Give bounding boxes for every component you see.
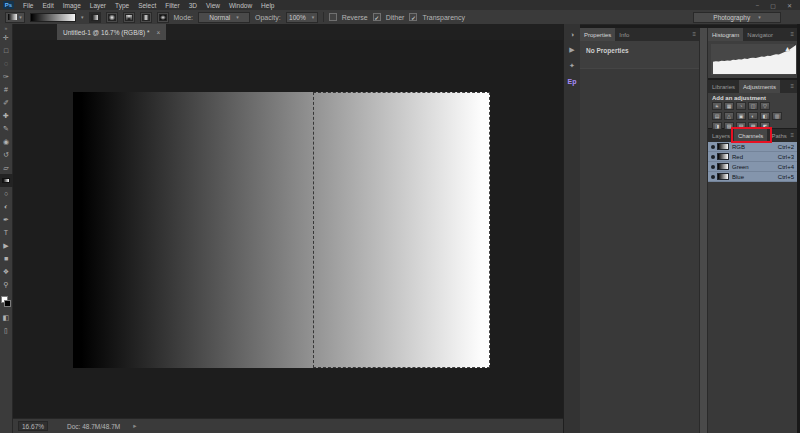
chevron-down-icon: ▾ [312,14,315,20]
channel-row-red[interactable]: Red Ctrl+3 [708,152,797,162]
visibility-toggle[interactable] [708,165,717,169]
cached-data-warning-icon[interactable]: ▲ [784,45,791,52]
zoom-level-field[interactable]: 16.67% [18,421,48,431]
menu-select[interactable]: Select [138,2,156,9]
gradient-editor-preview[interactable] [30,13,76,22]
black-white-icon[interactable]: ▣ [736,112,746,120]
curves-icon[interactable]: ◔ [736,102,746,110]
vibrance-icon[interactable]: ▽ [760,102,770,110]
reverse-checkbox[interactable] [329,13,337,21]
menu-edit[interactable]: Edit [42,2,53,9]
brightness-contrast-icon[interactable]: ☀ [712,102,722,110]
workspace-switcher-button[interactable]: Photography ▾ [693,12,781,23]
menu-image[interactable]: Image [63,2,81,9]
menu-type[interactable]: Type [115,2,129,9]
tool-brush[interactable]: ✎ [0,122,13,135]
gradient-type-linear-button[interactable] [89,12,101,23]
minimize-icon[interactable]: − [756,2,760,9]
extensions-panel-icon[interactable]: Ep [568,78,577,85]
tab-histogram[interactable]: Histogram [708,28,743,41]
tool-type[interactable]: T [0,226,13,239]
adjustments-tab-bar: Libraries Adjustments ≡ [708,80,797,93]
menu-layer[interactable]: Layer [90,2,106,9]
hue-saturation-icon[interactable]: ▤ [712,112,722,120]
restore-icon[interactable]: ▢ [770,2,776,9]
color-balance-icon[interactable]: △ [724,112,734,120]
tool-rectangle[interactable]: ■ [0,252,13,265]
gradient-type-angle-button[interactable] [123,12,135,23]
tool-eyedropper[interactable]: ✐ [0,96,13,109]
actions-panel-icon[interactable]: ▶ [569,46,574,54]
tool-path-selection[interactable]: ▶ [0,239,13,252]
panel-menu-icon[interactable]: ≡ [790,31,794,37]
visibility-toggle[interactable] [708,175,717,179]
channel-row-rgb[interactable]: RGB Ctrl+2 [708,142,797,152]
history-panel-icon[interactable]: ◑ [570,31,574,38]
tab-adjustments[interactable]: Adjustments [739,80,780,93]
tool-crop[interactable]: # [0,83,13,96]
background-color-swatch[interactable] [4,300,11,307]
tool-move[interactable]: ✛ [0,31,13,44]
reverse-label: Reverse [342,14,368,21]
gradient-picker-arrow-icon[interactable]: ▾ [81,14,84,20]
status-bar: 16.67% Doc: 48.7M/48.7M ▸ [13,418,563,433]
screen-mode-button[interactable]: ▯ [0,324,13,337]
gradient-type-diamond-button[interactable] [157,12,169,23]
menu-view[interactable]: View [206,2,220,9]
menu-window[interactable]: Window [229,2,252,9]
levels-icon[interactable]: ▦ [724,102,734,110]
visibility-toggle[interactable] [708,145,717,149]
tool-blur[interactable]: ○ [0,187,13,200]
menu-filter[interactable]: Filter [165,2,179,9]
status-options-arrow-icon[interactable]: ▸ [133,422,136,430]
tool-pen[interactable]: ✒ [0,213,13,226]
tool-clone-stamp[interactable]: ◉ [0,135,13,148]
visibility-toggle[interactable] [708,155,717,159]
close-icon[interactable]: ✕ [787,2,792,9]
menu-3d[interactable]: 3D [189,2,197,9]
photo-filter-icon[interactable]: ◐ [748,112,758,120]
channels-panel: Layers Channels Paths ≡ RGB Ctrl+2 Red C… [708,129,797,433]
menu-help[interactable]: Help [261,2,274,9]
channel-row-green[interactable]: Green Ctrl+4 [708,162,797,172]
tab-info[interactable]: Info [615,28,633,41]
tool-preset-picker[interactable]: ▾ [5,12,25,23]
panel-menu-icon[interactable]: ≡ [790,132,794,138]
close-tab-icon[interactable]: × [156,29,160,36]
eraser-icon: ▱ [3,161,8,174]
dither-checkbox[interactable]: ✓ [373,13,381,21]
gradient-type-reflected-button[interactable] [140,12,152,23]
quick-mask-button[interactable]: ◧ [0,311,13,324]
tool-history-brush[interactable]: ↺ [0,148,13,161]
panel-menu-icon[interactable]: ≡ [692,31,696,37]
blur-icon: ○ [4,187,8,200]
tool-dodge[interactable]: ◐ [0,200,13,213]
tool-zoom[interactable]: ⚲ [0,278,13,291]
check-icon: ✓ [411,14,416,21]
tab-libraries[interactable]: Libraries [708,80,739,93]
gradient-type-radial-button[interactable] [106,12,118,23]
tool-quick-selection[interactable]: ✑ [0,70,13,83]
options-bar: ▾ ▾ Mode: Normal ▾ Opacity: 100% ▾ Rever… [0,10,800,25]
panel-menu-icon[interactable]: ≡ [790,83,794,89]
no-properties-text: No Properties [580,41,699,58]
opacity-dropdown[interactable]: 100% ▾ [286,12,318,23]
mode-dropdown[interactable]: Normal ▾ [198,12,250,23]
transparency-checkbox[interactable]: ✓ [409,13,417,21]
exposure-icon[interactable]: ◫ [748,102,758,110]
tool-lasso[interactable]: ◌ [0,57,13,70]
menu-file[interactable]: File [23,2,33,9]
tool-hand[interactable]: ❖ [0,265,13,278]
channel-row-blue[interactable]: Blue Ctrl+5 [708,172,797,182]
panel-scrollbar[interactable] [699,28,708,433]
color-lookup-icon[interactable]: ▥ [772,112,782,120]
channel-mixer-icon[interactable]: ◧ [760,112,770,120]
tab-properties[interactable]: Properties [580,28,615,41]
document-tab[interactable]: Untitled-1 @ 16.7% (RGB/8) * × [57,24,166,40]
tool-gradient[interactable] [0,174,13,187]
tool-presets-panel-icon[interactable]: ✦ [569,62,575,70]
tab-navigator[interactable]: Navigator [743,28,777,41]
tool-spot-healing[interactable]: ✚ [0,109,13,122]
tool-eraser[interactable]: ▱ [0,161,13,174]
tool-rectangular-marquee[interactable]: □ [0,44,13,57]
